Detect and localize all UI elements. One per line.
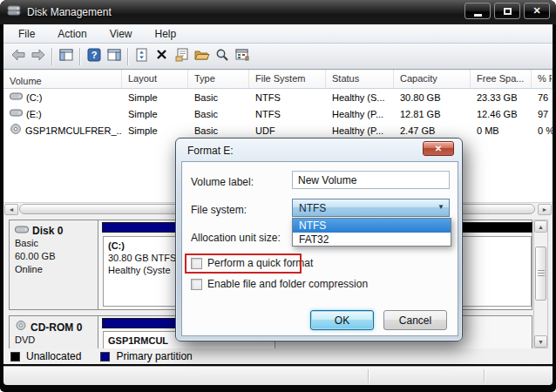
volume-name: (C:): [26, 92, 42, 103]
file-system-label: File system:: [191, 204, 247, 216]
cell-type: Basic: [188, 109, 249, 119]
disk0-status: Online: [15, 263, 92, 276]
back-icon: [10, 48, 26, 65]
vertical-scrollbar[interactable]: ▲ ▼: [533, 220, 548, 348]
column-header-status[interactable]: Status: [326, 70, 394, 88]
minimize-button[interactable]: [464, 3, 491, 19]
menu-file[interactable]: File: [7, 26, 46, 42]
refresh-button[interactable]: [132, 46, 152, 66]
disk-management-icon: [7, 4, 21, 20]
dialog-client-area: Volume label: File system: NTFS ▼ Alloca…: [181, 161, 458, 336]
open-folder-button[interactable]: [192, 46, 212, 66]
show-action-pane-icon: [107, 49, 121, 64]
forward-button[interactable]: [28, 46, 48, 66]
disk-events-button[interactable]: [232, 46, 252, 66]
toolbar: ?: [3, 44, 553, 70]
maximize-button[interactable]: [494, 3, 520, 19]
cell-file-system: NTFS: [249, 109, 326, 119]
file-system-combobox[interactable]: NTFS ▼: [292, 199, 450, 217]
menu-view[interactable]: View: [98, 26, 144, 42]
column-header-layout[interactable]: Layout: [122, 70, 188, 88]
compression-label: Enable file and folder compression: [207, 278, 368, 290]
cell-capacity: 2.47 GB: [394, 125, 471, 136]
disk0-label-panel[interactable]: Disk 0 Basic 60.00 GB Online: [10, 220, 98, 309]
cdrom0-type: DVD: [15, 334, 92, 347]
unallocated-strip: [459, 222, 532, 233]
disk0-size: 60.00 GB: [15, 250, 92, 263]
close-icon: ✕: [532, 6, 540, 16]
maximize-icon: [504, 8, 512, 15]
status-separator: [484, 369, 485, 382]
minimize-icon: [474, 14, 482, 17]
column-header-free-space[interactable]: Free Spa...: [471, 70, 532, 88]
cell-layout: Simple: [122, 109, 188, 119]
show-console-tree-icon: [59, 49, 73, 64]
delete-button[interactable]: [152, 46, 172, 66]
primary-partition-swatch: [100, 352, 110, 362]
volume-row-c[interactable]: (C:) Simple Basic NTFS Healthy (S... 30.…: [3, 89, 553, 105]
column-header-capacity[interactable]: Capacity: [394, 70, 471, 88]
column-header-volume[interactable]: Volume: [3, 70, 122, 88]
refresh-icon: [135, 48, 148, 65]
volume-row-e[interactable]: (E:) Simple Basic NTFS Healthy (P... 12.…: [3, 105, 553, 122]
cell-file-system: NTFS: [249, 92, 326, 103]
cell-file-system: UDF: [249, 125, 326, 136]
volume-label-input[interactable]: [292, 171, 450, 189]
show-console-tree-button[interactable]: [56, 46, 76, 66]
unallocated-block[interactable]: [459, 222, 532, 308]
scroll-up-arrow[interactable]: ▲: [534, 220, 547, 233]
close-icon: ✕: [435, 144, 442, 153]
red-annotation-rectangle: [185, 253, 302, 274]
disk0-type: Basic: [15, 237, 92, 250]
column-header-type[interactable]: Type: [188, 70, 249, 88]
menu-help[interactable]: Help: [144, 26, 188, 42]
dropdown-option-ntfs[interactable]: NTFS: [293, 219, 451, 233]
cell-free-space: 0 MB: [471, 125, 532, 136]
show-action-pane-button[interactable]: [104, 46, 124, 66]
format-dialog: Format E: ✕ Volume label: File system: N…: [175, 138, 463, 341]
delete-icon: [155, 48, 168, 64]
compression-checkbox[interactable]: [191, 279, 202, 290]
cell-free-space: 23.33 GB: [471, 92, 532, 103]
column-header-percent-free[interactable]: % F: [532, 70, 553, 88]
unallocated-swatch: [10, 352, 20, 362]
disk-management-window: Disk Management ✕ File Action View Help …: [0, 0, 556, 392]
scroll-right-arrow[interactable]: ►: [538, 204, 552, 215]
title-bar[interactable]: Disk Management ✕: [0, 0, 556, 24]
cell-percent-free: 0 %: [532, 125, 553, 136]
cancel-button[interactable]: Cancel: [383, 310, 447, 330]
cell-layout: Simple: [122, 92, 188, 103]
zoom-button[interactable]: [212, 46, 232, 66]
properties-button[interactable]: [172, 46, 192, 66]
vertical-scroll-thumb[interactable]: [535, 247, 546, 301]
column-header-file-system[interactable]: File System: [249, 70, 326, 88]
cell-capacity: 12.81 GB: [394, 109, 471, 119]
cell-type: Basic: [188, 92, 249, 103]
volume-list-header: Volume Layout Type File System Status Ca…: [3, 70, 553, 89]
cd-drive-icon: [15, 321, 27, 334]
back-button[interactable]: [8, 46, 28, 66]
svg-text:?: ?: [91, 50, 97, 60]
volume-name: GSP1RMCULFRER_...: [25, 125, 122, 136]
menu-action[interactable]: Action: [46, 26, 98, 42]
dropdown-option-fat32[interactable]: FAT32: [293, 233, 451, 247]
window-controls: ✕: [464, 3, 550, 19]
disk-icon: [15, 225, 29, 237]
close-button[interactable]: ✕: [524, 3, 550, 19]
scroll-left-arrow[interactable]: ◄: [4, 204, 18, 215]
volume-row-gsp[interactable]: GSP1RMCULFRER_... Simple Basic UDF Healt…: [3, 122, 553, 139]
dialog-close-button[interactable]: ✕: [423, 141, 454, 156]
drive-icon: [10, 108, 23, 119]
volume-name: (E:): [26, 109, 42, 119]
help-button[interactable]: ?: [84, 46, 104, 66]
zoom-icon: [215, 48, 229, 65]
scroll-down-arrow[interactable]: ▼: [534, 335, 547, 348]
partition-legend: Unallocated Primary partition: [3, 348, 553, 364]
cell-capacity: 30.80 GB: [394, 92, 471, 103]
ok-button[interactable]: OK: [310, 310, 374, 330]
cell-type: Basic: [188, 125, 249, 136]
help-icon: ?: [87, 48, 101, 65]
toolbar-separator: [51, 48, 52, 65]
toolbar-separator: [79, 48, 80, 65]
cell-status: Healthy (S...: [326, 92, 394, 103]
